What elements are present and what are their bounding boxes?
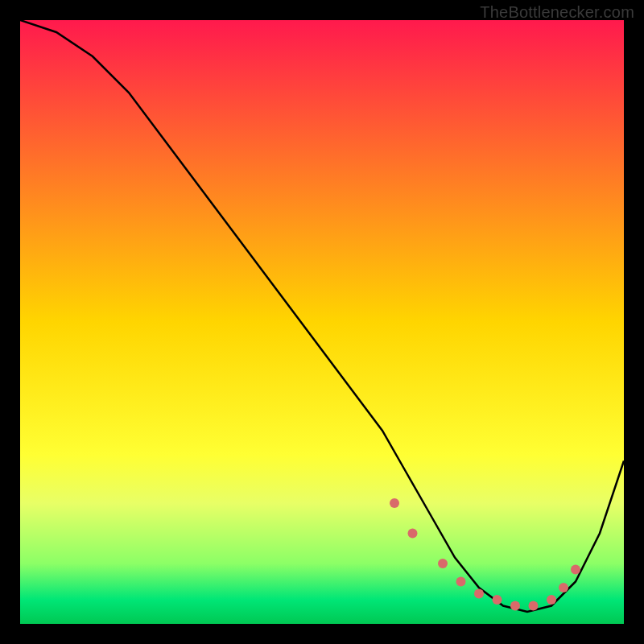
plot-area — [20, 20, 624, 624]
marker-point — [456, 577, 466, 587]
marker-point — [438, 559, 448, 568]
marker-point — [571, 565, 580, 575]
chart-svg — [20, 20, 624, 624]
marker-point — [510, 601, 520, 611]
chart-container: TheBottlenecker.com — [0, 0, 644, 644]
marker-point — [390, 498, 399, 508]
marker-point — [547, 595, 556, 605]
attribution-label: TheBottlenecker.com — [480, 3, 634, 22]
heatmap-background — [20, 20, 624, 624]
marker-point — [559, 583, 568, 592]
marker-point — [408, 529, 418, 539]
marker-point — [474, 589, 484, 599]
marker-point — [529, 601, 539, 611]
marker-point — [493, 595, 502, 605]
